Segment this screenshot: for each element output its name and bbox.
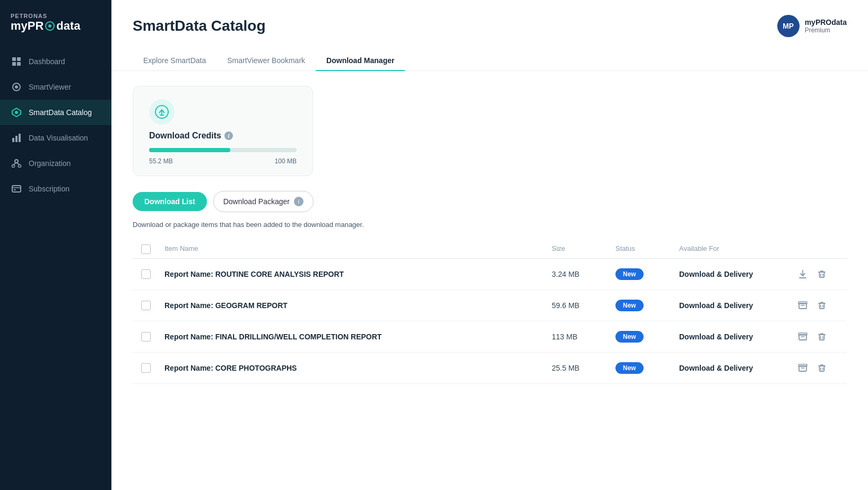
tab-download-manager[interactable]: Download Manager — [316, 51, 405, 71]
status-badge: New — [615, 362, 644, 374]
sidebar-item-label: SmartData Catalog — [29, 108, 92, 117]
status-badge: New — [615, 268, 644, 280]
content-area: Download Credits i 55.2 MB 100 MB Downlo… — [111, 71, 868, 491]
user-profile[interactable]: MP myPROdata Premium — [777, 15, 847, 37]
sidebar-item-label: Data Visualisation — [29, 134, 88, 142]
buttons-row: Download List Download Packager i — [133, 191, 847, 212]
row-checkbox[interactable] — [141, 332, 151, 342]
col-available-for: Available For — [679, 244, 796, 254]
available-for: Download & Delivery — [679, 301, 796, 310]
tabs: Explore SmartData SmartViewer Bookmark D… — [111, 41, 868, 71]
table-row: Report Name: CORE PHOTOGRAPHS 25.5 MB Ne… — [133, 353, 847, 384]
sidebar-item-smartdata-catalog[interactable]: SmartData Catalog — [0, 100, 111, 125]
row-checkbox-cell — [141, 301, 164, 310]
svg-line-14 — [13, 163, 16, 165]
status-badge: New — [615, 300, 644, 311]
row-checkbox[interactable] — [141, 269, 151, 279]
status-cell: New — [615, 268, 679, 280]
svg-rect-27 — [798, 302, 807, 304]
credits-icon — [149, 99, 175, 125]
smartviewer-icon — [11, 81, 22, 93]
smartdata-icon — [11, 107, 22, 118]
sidebar-nav: Dashboard SmartViewer SmartData Catalog — [0, 49, 111, 202]
item-size: 25.5 MB — [552, 364, 615, 372]
delete-action-button[interactable] — [815, 361, 829, 375]
available-for: Download & Delivery — [679, 270, 796, 278]
row-checkbox-cell — [141, 363, 164, 373]
info-icon: i — [224, 132, 233, 140]
sidebar-item-data-visualisation[interactable]: Data Visualisation — [0, 125, 111, 151]
brand-top: PETRONAS — [11, 13, 101, 19]
download-packager-button[interactable]: Download Packager i — [213, 191, 314, 212]
archive-action-button[interactable] — [796, 299, 810, 312]
status-cell: New — [615, 362, 679, 374]
svg-rect-2 — [12, 62, 16, 66]
status-badge: New — [615, 331, 644, 343]
select-all-checkbox[interactable] — [141, 244, 151, 254]
item-name: Report Name: CORE PHOTOGRAPHS — [164, 364, 552, 372]
sidebar-item-label: Organization — [29, 159, 71, 168]
status-cell: New — [615, 300, 679, 311]
delete-action-button[interactable] — [815, 330, 829, 344]
svg-point-11 — [15, 160, 18, 163]
sidebar-item-subscription[interactable]: Subscription — [0, 176, 111, 202]
header: SmartData Catalog MP myPROdata Premium — [111, 0, 868, 37]
row-checkbox-cell — [141, 332, 164, 342]
svg-rect-39 — [798, 364, 807, 366]
delete-action-button[interactable] — [815, 267, 829, 281]
delete-action-button[interactable] — [815, 299, 829, 312]
packager-info-icon: i — [294, 197, 303, 206]
credits-used: 55.2 MB — [149, 158, 173, 165]
credits-title: Download Credits i — [149, 131, 297, 141]
svg-rect-29 — [820, 303, 824, 309]
sidebar-item-label: Dashboard — [29, 57, 65, 66]
table-row: Report Name: GEOGRAM REPORT 59.6 MB New … — [133, 290, 847, 321]
row-checkbox[interactable] — [141, 301, 151, 310]
sidebar-item-smartviewer[interactable]: SmartViewer — [0, 74, 111, 100]
svg-point-12 — [12, 165, 15, 168]
svg-point-7 — [15, 111, 18, 114]
tab-smartviewer-bookmark[interactable]: SmartViewer Bookmark — [216, 51, 316, 71]
description: Download or package items that has been … — [133, 221, 847, 229]
user-name: myPROdata — [805, 18, 847, 27]
user-info: myPROdata Premium — [805, 18, 847, 34]
brand-bottom: myPRdata — [11, 19, 101, 33]
archive-action-button[interactable] — [796, 361, 810, 375]
svg-point-5 — [15, 85, 18, 89]
svg-line-15 — [16, 163, 20, 165]
row-checkbox[interactable] — [141, 363, 151, 373]
tab-explore[interactable]: Explore SmartData — [133, 51, 216, 71]
subscription-icon — [11, 183, 22, 195]
user-tier: Premium — [805, 27, 847, 34]
col-status: Status — [615, 244, 679, 254]
row-actions — [796, 299, 838, 312]
item-size: 113 MB — [552, 332, 615, 341]
logo: PETRONAS myPRdata — [0, 0, 111, 43]
credits-labels: 55.2 MB 100 MB — [149, 158, 297, 165]
svg-rect-3 — [17, 62, 21, 66]
download-list-button[interactable]: Download List — [133, 192, 207, 211]
download-table: Item Name Size Status Available For Repo… — [133, 240, 847, 384]
available-for: Download & Delivery — [679, 332, 796, 341]
organization-icon — [11, 158, 22, 169]
download-action-button[interactable] — [796, 267, 810, 281]
svg-rect-16 — [12, 186, 21, 192]
col-actions — [796, 244, 838, 254]
page-title: SmartData Catalog — [133, 18, 266, 34]
row-checkbox-cell — [141, 269, 164, 279]
sidebar-item-organization[interactable]: Organization — [0, 151, 111, 176]
svg-rect-0 — [12, 57, 16, 61]
col-size: Size — [552, 244, 615, 254]
main-content: SmartData Catalog MP myPROdata Premium E… — [111, 0, 868, 490]
col-checkbox — [141, 244, 164, 254]
sidebar-item-dashboard[interactable]: Dashboard — [0, 49, 111, 74]
archive-action-button[interactable] — [796, 330, 810, 344]
svg-rect-10 — [19, 134, 21, 142]
svg-rect-18 — [14, 189, 16, 190]
item-name: Report Name: GEOGRAM REPORT — [164, 301, 552, 310]
progress-bar-bg — [149, 148, 297, 152]
status-cell: New — [615, 331, 679, 343]
available-for: Download & Delivery — [679, 364, 796, 372]
avatar: MP — [777, 15, 800, 37]
table-row: Report Name: FINAL DRILLING/WELL COMPLET… — [133, 321, 847, 353]
